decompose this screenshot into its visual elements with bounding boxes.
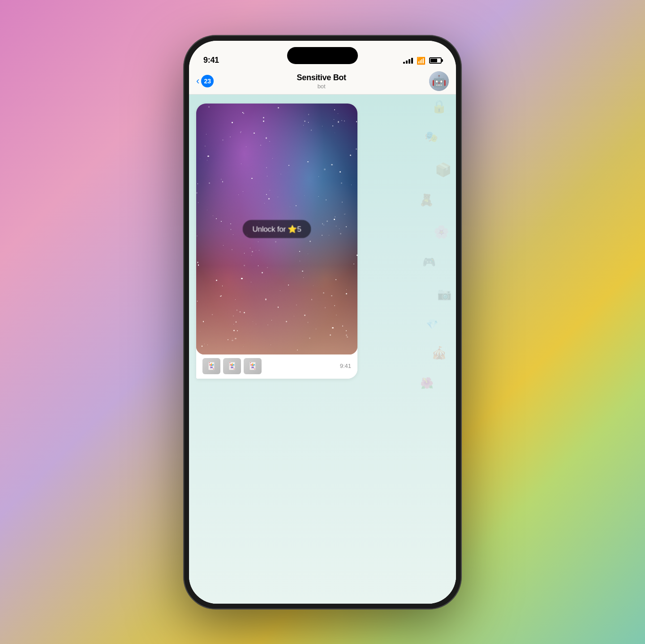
sticker-row: 🃏 🃏 🃏 [202, 358, 262, 374]
sticker-item-3[interactable]: 🃏 [244, 358, 262, 374]
nav-title: Sensitive Bot [297, 73, 346, 82]
back-chevron-icon: ‹ [196, 76, 199, 86]
message-bubble: Unlock for ⭐5 🃏 🃏 [196, 104, 357, 379]
nav-title-group: Sensitive Bot bot [214, 73, 429, 90]
back-badge: 23 [201, 75, 214, 87]
status-icons: 📶 [403, 56, 442, 65]
message-footer: 🃏 🃏 🃏 9:41 [196, 354, 357, 379]
media-blur [196, 265, 357, 354]
media-content[interactable]: Unlock for ⭐5 [196, 104, 357, 354]
dynamic-island [287, 47, 358, 64]
status-time: 9:41 [203, 56, 219, 65]
sticker-item-2[interactable]: 🃏 [223, 358, 241, 374]
nav-subtitle: bot [318, 83, 326, 90]
phone-outer: 9:41 📶 ‹ 23 [184, 35, 461, 609]
message-container: Unlock for ⭐5 🃏 🃏 [196, 104, 449, 596]
message-time: 9:41 [340, 363, 351, 369]
avatar[interactable]: 🤖 [429, 71, 449, 91]
unlock-button[interactable]: Unlock for ⭐5 [242, 220, 311, 238]
battery-icon [429, 57, 442, 64]
wifi-icon: 📶 [417, 56, 426, 65]
sticker-item-1[interactable]: 🃏 [202, 358, 220, 374]
signal-icon [403, 57, 413, 64]
chat-area: 🔒 🎭 📦 🧸 🌸 🎮 📷 💎 🎪 🌺 [189, 95, 456, 604]
phone-screen: 9:41 📶 ‹ 23 [189, 41, 456, 604]
back-button[interactable]: ‹ 23 [196, 75, 214, 87]
nav-bar: ‹ 23 Sensitive Bot bot 🤖 [189, 69, 456, 95]
